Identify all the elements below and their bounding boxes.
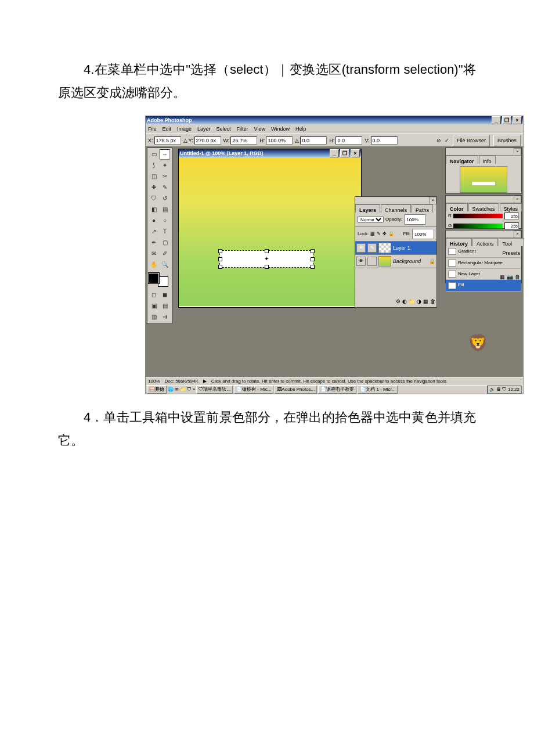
- cancel-transform-icon[interactable]: ⊘: [436, 136, 441, 145]
- slice-tool[interactable]: ✂: [160, 171, 170, 182]
- hist-close-icon[interactable]: ×: [514, 231, 521, 238]
- x-input[interactable]: [154, 136, 181, 145]
- handle-tr[interactable]: [311, 249, 315, 253]
- r-value[interactable]: 255: [504, 213, 519, 219]
- stamp-tool[interactable]: ⛉: [149, 193, 159, 204]
- eyedropper-tool[interactable]: ✐: [160, 249, 170, 259]
- tray-icon[interactable]: 🔊: [489, 386, 495, 394]
- swatches-tab[interactable]: Swatches: [468, 203, 499, 211]
- layers-tab[interactable]: Layers: [355, 204, 380, 213]
- dodge-tool[interactable]: ○: [160, 215, 170, 226]
- lock-all-icon[interactable]: 🔒: [388, 230, 394, 238]
- task-item[interactable]: 📄文档 1 - Micr...: [358, 386, 398, 394]
- hskew-input[interactable]: [335, 136, 362, 145]
- color-swatches[interactable]: [149, 273, 168, 287]
- screen-full[interactable]: ▥: [149, 312, 159, 322]
- quicklaunch-icon[interactable]: 📁: [180, 386, 186, 394]
- layer-row-1[interactable]: 👁 ✎ Layer 1: [355, 242, 436, 255]
- opacity-input[interactable]: [404, 214, 426, 225]
- type-tool[interactable]: T: [160, 226, 170, 237]
- tray-icon[interactable]: 🖥: [496, 386, 501, 394]
- close-button[interactable]: ×: [513, 116, 522, 124]
- color-tab[interactable]: Color: [446, 203, 468, 211]
- trash-icon[interactable]: 🗑: [515, 272, 520, 282]
- eraser-tool[interactable]: ◧: [149, 204, 159, 215]
- link-icon[interactable]: ✎: [367, 243, 377, 253]
- h-input[interactable]: [266, 136, 293, 145]
- handle-t[interactable]: [265, 249, 269, 253]
- toolpresets-tab[interactable]: Tool Presets: [499, 238, 525, 246]
- color-close-icon[interactable]: ×: [514, 196, 521, 203]
- path-tool[interactable]: ↗: [149, 226, 159, 237]
- g-value[interactable]: 255: [504, 222, 519, 229]
- info-tab[interactable]: Info: [479, 156, 496, 164]
- folder-icon[interactable]: 📁: [409, 297, 415, 306]
- pen-tool[interactable]: ✒: [149, 237, 159, 248]
- y-input[interactable]: [194, 136, 221, 145]
- lock-move-icon[interactable]: ✥: [383, 230, 387, 238]
- snapshot-icon[interactable]: 📷: [507, 272, 513, 282]
- handle-bl[interactable]: [218, 265, 222, 269]
- channels-tab[interactable]: Channels: [381, 204, 411, 213]
- handle-tl[interactable]: [218, 249, 222, 253]
- menu-window[interactable]: Window: [271, 124, 290, 134]
- styles-tab[interactable]: Styles: [500, 203, 522, 211]
- adjustment-icon[interactable]: ◑: [417, 297, 421, 306]
- task-item[interactable]: 🖼Adobe Photos...: [275, 386, 317, 394]
- visibility-icon[interactable]: 👁: [356, 243, 366, 253]
- blur-tool[interactable]: ●: [149, 215, 159, 226]
- menu-layer[interactable]: Layer: [197, 124, 211, 134]
- history-brush-tool[interactable]: ↺: [160, 193, 170, 204]
- trash-icon[interactable]: 🗑: [430, 297, 435, 306]
- screen-full-menu[interactable]: ▤: [160, 301, 170, 311]
- brushes-tab[interactable]: Brushes: [493, 135, 521, 146]
- canvas[interactable]: ✦: [179, 157, 361, 306]
- tray-icon[interactable]: 🛡: [502, 386, 507, 394]
- commit-transform-icon[interactable]: ✓: [445, 136, 449, 145]
- handle-b[interactable]: [265, 265, 269, 269]
- zoom-tool[interactable]: 🔍: [160, 260, 170, 270]
- w-input[interactable]: [230, 136, 257, 145]
- background-color-swatch[interactable]: [158, 276, 168, 287]
- doc-maximize-button[interactable]: ❐: [340, 149, 349, 157]
- brush-tool[interactable]: ✎: [160, 182, 170, 193]
- history-tab[interactable]: History: [446, 238, 472, 246]
- screen-std[interactable]: ▣: [149, 301, 159, 311]
- new-layer-icon[interactable]: ▦: [423, 297, 428, 306]
- minimize-button[interactable]: _: [492, 116, 501, 124]
- notes-tool[interactable]: ✉: [149, 249, 159, 259]
- history-item[interactable]: Rectangular Marquee: [446, 258, 521, 269]
- angle-input[interactable]: [300, 136, 327, 145]
- menu-filter[interactable]: Filter: [237, 124, 248, 134]
- crop-tool[interactable]: ◫: [149, 171, 159, 182]
- fill-input[interactable]: [412, 229, 434, 239]
- gradient-tool[interactable]: ▤: [160, 204, 170, 215]
- transform-center-icon[interactable]: ✦: [264, 254, 269, 264]
- r-slider[interactable]: [453, 214, 503, 218]
- layer-row-bg[interactable]: 👁 Background 🔒: [355, 255, 436, 268]
- transform-selection[interactable]: ✦: [219, 250, 313, 268]
- task-item[interactable]: 🛡瑞星杀毒软...: [196, 386, 233, 394]
- layers-close-icon[interactable]: ×: [429, 197, 436, 204]
- quicklaunch-icon[interactable]: ✉: [175, 386, 179, 394]
- navigator-tab[interactable]: Navigator: [446, 156, 478, 164]
- lock-pixels-icon[interactable]: ▦: [370, 230, 375, 238]
- handle-br[interactable]: [311, 265, 315, 269]
- history-item[interactable]: Fill: [446, 280, 521, 291]
- hand-tool[interactable]: ✋: [149, 260, 159, 270]
- menu-file[interactable]: File: [148, 124, 157, 134]
- task-item[interactable]: 📄橄榄树 - Mic...: [234, 386, 273, 394]
- marquee-tool[interactable]: ▭: [149, 149, 159, 160]
- handle-r[interactable]: [311, 257, 315, 261]
- blend-mode-select[interactable]: Normal: [358, 216, 384, 223]
- g-slider[interactable]: [453, 224, 503, 228]
- fx-icon[interactable]: ⚙: [396, 297, 400, 306]
- actions-tab[interactable]: Actions: [472, 238, 498, 246]
- new-doc-icon[interactable]: ▦: [500, 272, 505, 282]
- menu-image[interactable]: Image: [177, 124, 192, 134]
- shape-tool[interactable]: ▢: [160, 237, 170, 248]
- heal-tool[interactable]: ✚: [149, 182, 159, 193]
- doc-minimize-button[interactable]: _: [330, 149, 339, 157]
- menu-edit[interactable]: Edit: [163, 124, 172, 134]
- move-tool[interactable]: ↔: [160, 149, 170, 160]
